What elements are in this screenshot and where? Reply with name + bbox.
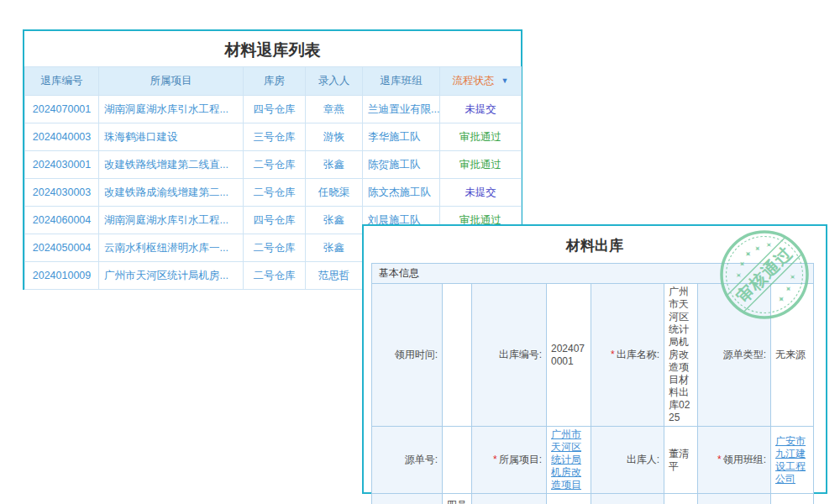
- cell-project: 湖南洞庭湖水库引水工程...: [99, 207, 244, 234]
- label-outbound-no: 出库编号:: [472, 284, 547, 427]
- outbound-form-table: 基本信息 领用时间: 出库编号: 2024070001 *出库名称: 广州市天河…: [371, 263, 814, 504]
- cell-return-id[interactable]: 2024040003: [25, 123, 99, 151]
- cell-status: 未提交: [440, 96, 522, 123]
- field-collect-team: 广安市九江建设工程公司: [771, 427, 814, 494]
- cell-project: 改建铁路线增建第二线直...: [99, 151, 244, 179]
- label-source-no: 源单号:: [372, 427, 443, 494]
- table-row[interactable]: 2024030001 改建铁路线增建第二线直... 二号仓库 张鑫 陈贺施工队 …: [25, 151, 522, 179]
- col-project: 所属项目: [99, 67, 244, 96]
- required-asterisk: *: [611, 349, 615, 360]
- cell-return-id[interactable]: 2024030001: [25, 151, 99, 179]
- label-project: *所属项目:: [472, 427, 547, 494]
- cell-warehouse: 四号仓库: [244, 96, 306, 123]
- cell-return-id[interactable]: 2024060004: [25, 207, 99, 234]
- field-outbound-name: 广州市天河区统计局机房改造项目材料出库0225: [664, 284, 698, 427]
- cell-warehouse: 二号仓库: [244, 151, 306, 179]
- col-warehouse: 库房: [244, 67, 306, 96]
- table-header-row: 退库编号 所属项目 库房 录入人 退库班组 流程状态▼: [25, 67, 522, 96]
- field-project: 广州市天河区统计局机房改造项目: [547, 427, 591, 494]
- cell-return-id[interactable]: 2024070001: [25, 96, 99, 123]
- required-asterisk: *: [493, 454, 497, 465]
- cell-entrant: 张鑫: [306, 207, 363, 234]
- cell-warehouse: 四号仓库: [244, 207, 306, 234]
- label-outbound-name: *出库名称:: [591, 284, 664, 427]
- label-empty: [698, 494, 771, 504]
- project-link[interactable]: 广州市天河区统计局机房改造项目: [551, 428, 581, 491]
- outbound-title: 材料出库: [364, 226, 826, 263]
- cell-team: 兰迪置业有限...: [363, 96, 440, 123]
- field-empty: [664, 494, 698, 504]
- field-source-type: 无来源: [771, 284, 814, 427]
- cell-status: 审批通过: [440, 123, 522, 151]
- label-collect-time: 领用时间:: [372, 284, 443, 427]
- field-collect-time: [443, 284, 472, 427]
- return-list-title: 材料退库列表: [24, 31, 521, 66]
- collect-team-link[interactable]: 广安市九江建设工程公司: [775, 435, 806, 485]
- table-row[interactable]: 2024040003 珠海鹤港口建设 三号仓库 游恢 李华施工队 审批通过: [25, 123, 522, 151]
- label-collector: 领用人:: [472, 494, 547, 504]
- col-team: 退库班组: [363, 67, 440, 96]
- field-empty: [771, 494, 814, 504]
- cell-status: 未提交: [440, 179, 522, 207]
- cell-project: 广州市天河区统计局机房...: [99, 262, 244, 290]
- field-collector: 董清平: [547, 494, 591, 504]
- cell-warehouse: 三号仓库: [244, 123, 306, 151]
- cell-status: 审批通过: [440, 151, 522, 179]
- cell-team: 陈文杰施工队: [363, 179, 440, 207]
- cell-entrant: 张鑫: [306, 234, 363, 262]
- col-entrant: 录入人: [306, 67, 363, 96]
- cell-project: 珠海鹤港口建设: [99, 123, 244, 151]
- field-outbound-no: 2024070001: [547, 284, 591, 427]
- field-source-no: [443, 427, 472, 494]
- cell-project: 湖南洞庭湖水库引水工程...: [99, 96, 244, 123]
- cell-project: 改建铁路成渝线增建第二...: [99, 179, 244, 207]
- cell-return-id[interactable]: 2024010009: [25, 262, 99, 290]
- filter-dropdown-icon[interactable]: ▼: [501, 76, 509, 85]
- cell-entrant: 章燕: [306, 96, 363, 123]
- label-outbound-person: 出库人:: [591, 427, 664, 494]
- col-status-filter[interactable]: 流程状态▼: [440, 67, 522, 96]
- cell-team: 陈贺施工队: [363, 151, 440, 179]
- required-asterisk: *: [717, 454, 722, 465]
- cell-entrant: 范思哲: [306, 262, 363, 290]
- col-return-id: 退库编号: [25, 67, 99, 96]
- field-outbound-person: 董清平: [664, 427, 698, 494]
- table-row[interactable]: 2024030003 改建铁路成渝线增建第二... 二号仓库 任晓渠 陈文杰施工…: [25, 179, 522, 207]
- cell-return-id[interactable]: 2024030003: [25, 179, 99, 207]
- cell-project: 云南水利枢纽潜明水库一...: [99, 234, 244, 262]
- label-warehouse: *库房:: [372, 494, 443, 504]
- field-warehouse: 四号仓库: [443, 494, 472, 504]
- table-row[interactable]: 2024070001 湖南洞庭湖水库引水工程... 四号仓库 章燕 兰迪置业有限…: [25, 96, 522, 123]
- cell-team: 李华施工队: [363, 123, 440, 151]
- cell-entrant: 游恢: [306, 123, 363, 151]
- label-source-type: 源单类型:: [698, 284, 771, 427]
- cell-return-id[interactable]: 2024050004: [25, 234, 99, 262]
- cell-entrant: 任晓渠: [306, 179, 363, 207]
- screen: 材料退库列表 退库编号 所属项目 库房 录入人 退库班组 流程状态▼ 20240…: [0, 0, 840, 504]
- label-collect-team: *领用班组:: [698, 427, 771, 494]
- cell-entrant: 张鑫: [306, 151, 363, 179]
- cell-warehouse: 二号仓库: [244, 179, 306, 207]
- cell-warehouse: 二号仓库: [244, 234, 306, 262]
- section-basic-info: 基本信息: [372, 264, 814, 284]
- outbound-panel: 材料出库 基本信息 领用时间: 出库编号: 2024070001 *出库名称: …: [362, 224, 827, 494]
- label-empty: [591, 494, 664, 504]
- cell-warehouse: 二号仓库: [244, 262, 306, 290]
